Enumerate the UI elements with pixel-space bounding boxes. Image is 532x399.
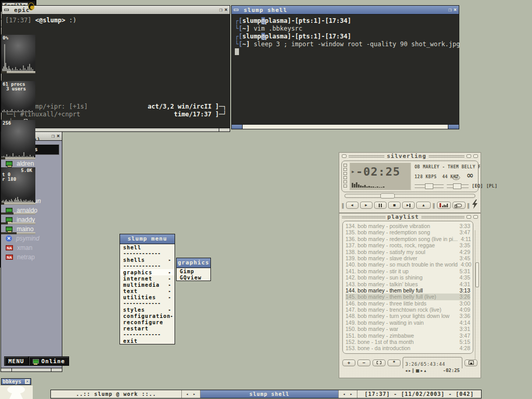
close-icon[interactable] [473,215,478,219]
root-menu-title[interactable]: slump menu [120,234,175,244]
swap-krell[interactable] [1,222,35,224]
workspace-switcher[interactable]: ◂▸ [182,390,201,398]
playlist-row[interactable]: 148. bob marley - turn your lights down … [345,313,470,319]
playlist-row[interactable]: 134. bob marley - positive vibration3:33 [345,223,470,229]
playlist-row[interactable]: 137. bob marley - roots, rock, reggae3:3… [345,242,470,248]
playlist-row[interactable]: 136. bob marley - redemption song (live … [345,236,470,242]
playlist-row[interactable]: 144. bob marley - them belly full3:13 [345,287,470,294]
playlist-row[interactable]: 146. bob marley - three little birds3:00 [345,300,470,307]
playlist-row[interactable]: 150. bob marley - war3:31 [345,326,470,332]
scrollbar-thumb[interactable] [475,262,479,287]
disk-chart[interactable]: 256 [1,120,35,157]
fs-krell[interactable] [1,232,35,234]
next-button[interactable]: ▶ [402,202,415,209]
playlist-row[interactable]: 151. bob marley - zimbabwe3:47 [345,332,470,339]
shade-icon[interactable] [467,154,471,158]
playlist-row[interactable]: 147. bob marley - trenchtown rock (live)… [345,307,470,313]
stop-button[interactable]: ■ [388,202,401,209]
menu-item-styles[interactable]: styles▸ [120,307,175,313]
next-workspace-icon[interactable]: ▸ [193,392,196,396]
disk-krell[interactable] [1,157,35,159]
playlist-row[interactable]: 140. bob marley - so much trouble in the… [345,261,470,268]
menu-item-utilities[interactable]: utilities▸ [120,294,175,300]
maximize-icon[interactable]: ❐ [448,7,451,12]
clutterbar[interactable] [343,164,347,188]
eq-button[interactable]: [EQ] [472,183,483,189]
proc-chart[interactable]: 61 procs 3 users [1,81,35,112]
bbkeys-titlebar[interactable]: bbkeys ✕ [1,378,31,385]
shuffle-toggle[interactable] [437,202,451,209]
epic-titlebar[interactable]: epic ❐ × [2,6,230,15]
contact-row[interactable]: NAxman [4,243,59,252]
mini-transport[interactable]: ◂ ▸ ‖ ■ ▸ ▴ [405,368,426,373]
previous-button[interactable]: ◀ [346,202,358,209]
close-icon[interactable] [473,154,478,158]
player-titlebar[interactable]: silverling [339,153,481,159]
list-save-button[interactable] [464,360,477,366]
player-menu-icon[interactable] [342,154,347,158]
add-button[interactable]: + [342,360,355,366]
contact-row[interactable]: ✕psymind [4,234,59,243]
resize-grip[interactable] [232,125,243,129]
resize-grip[interactable] [1,368,12,371]
workspace-label[interactable]: ..:: slump @ work ::.. [51,390,182,398]
playlist-row[interactable]: 138. bob marley - satisfy my soul4:29 [345,249,470,255]
maximize-icon[interactable]: ❐ [51,134,55,139]
cpu-krell[interactable] [1,71,35,73]
playlist-row[interactable]: 145. bob marley - them belly full (live)… [345,294,470,300]
eye-icon[interactable] [452,172,460,182]
track-title[interactable]: OB MARLEY - THEM BELLY FULL (3: [415,165,480,169]
time-display[interactable]: ▶ -02:25 [350,163,411,190]
menu-item-configuration[interactable]: configuration▸ [120,313,175,319]
playlist-row[interactable]: 152. bone - 1st of tha month5:15 [345,339,470,345]
mem-krell[interactable] [1,212,35,215]
current-window-label[interactable]: slump shell [201,390,339,398]
close-icon[interactable]: ✕ [25,379,30,384]
menu-item-shells[interactable]: shells▸ [120,257,175,263]
resize-grip[interactable] [448,125,459,129]
playlist-button[interactable]: [PL] [486,183,498,189]
select-button[interactable] [373,360,385,366]
close-icon[interactable]: × [454,7,457,12]
menu-item-internet[interactable]: internet▸ [120,275,175,282]
menu-item-multimedia[interactable]: multimedia▸ [120,282,175,288]
playlist-list[interactable]: 134. bob marley - positive vibration3:33… [342,221,473,354]
repeat-toggle[interactable] [453,202,465,209]
playlist-row[interactable]: 149. bob marley - waiting in vain4:14 [345,320,470,326]
volume-slider[interactable] [447,184,469,188]
menu-item-shell[interactable]: shell [120,244,175,250]
prev-window-icon[interactable]: ◂ [343,392,346,396]
menu-item-reconfigure[interactable]: reconfigure [120,319,175,325]
playlist-row[interactable]: 139. bob marley - slave driver3:45 [345,255,470,261]
licq-status-button[interactable]: Online [29,356,70,366]
maximize-icon[interactable]: ❐ [219,7,222,12]
menu-item-graphics[interactable]: graphics▸ [120,269,175,275]
balance-slider[interactable] [415,184,444,188]
graphics-submenu-title[interactable]: graphics [177,258,210,268]
repeat-icon[interactable]: ∞ [467,170,474,180]
eject-button[interactable]: ▲ [416,202,431,209]
seek-thumb[interactable] [380,193,395,198]
remove-button[interactable]: − [357,360,370,366]
playlist-row[interactable]: 142. bob marley - sun is shining4:35 [345,274,470,281]
close-icon[interactable]: × [57,134,60,139]
menu-item-gimp[interactable]: Gimp [177,268,210,274]
licq-menu-button[interactable]: MENU [4,356,29,366]
window-switcher[interactable]: ◂▸ [339,390,357,398]
shell-titlebar[interactable]: slump shell ❐ × [232,6,459,15]
iconify-icon[interactable] [234,9,238,11]
playlist-row[interactable]: 153. bone - da introduction4:28 [345,345,470,351]
resize-grip[interactable] [219,128,230,131]
playlist-titlebar[interactable]: playlist [339,214,481,220]
iconify-icon[interactable] [4,9,9,11]
prev-workspace-icon[interactable]: ◂ [186,392,189,396]
playlist-scrollbar[interactable] [475,230,479,360]
menu-item-exit[interactable]: exit [120,338,175,344]
misc-button[interactable]: * [388,360,401,366]
menu-item-restart[interactable]: restart [120,325,175,331]
cpu-chart[interactable]: 0% [1,35,35,71]
playlist-row[interactable]: 141. bob marley - stir it up5:31 [345,268,470,274]
licq-resize-handle[interactable] [1,368,62,371]
close-icon[interactable]: × [224,7,228,12]
contact-row[interactable]: NAnetrap [4,252,59,262]
